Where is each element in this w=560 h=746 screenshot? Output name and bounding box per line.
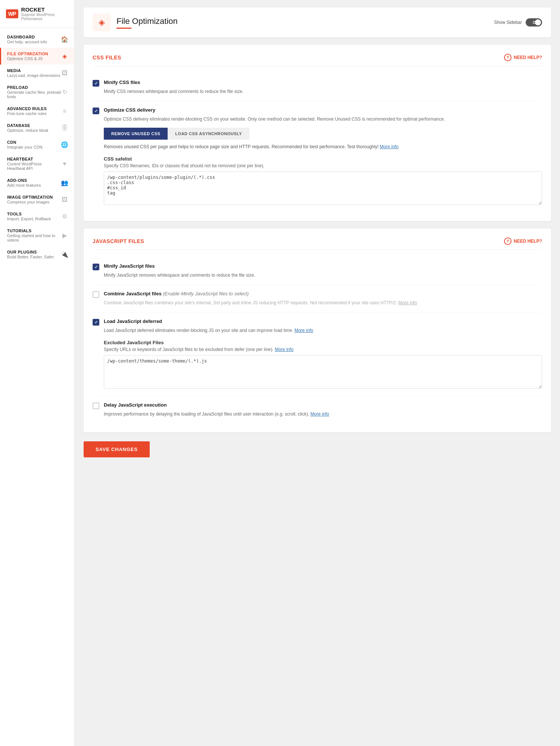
save-section: SAVE CHANGES	[84, 441, 551, 457]
sidebar-item-image-optimization[interactable]: IMAGE OPTIMIZATION Compress your images …	[0, 191, 74, 208]
delay-js-more-info-link[interactable]: More info	[311, 411, 329, 417]
combine-js-more-info-link[interactable]: More info	[398, 300, 417, 305]
sidebar-item-cdn[interactable]: CDN Integrate your CDN 🌐	[0, 136, 74, 153]
advanced-rules-icon: ≡	[61, 108, 68, 115]
load-js-deferred-checkbox[interactable]	[93, 319, 99, 326]
css-delivery-buttons: REMOVE UNUSED CSS LOAD CSS ASYNCHRONOUSL…	[104, 128, 542, 140]
database-icon: 🗄	[61, 125, 68, 131]
file-optimization-icon: ◈	[61, 53, 68, 60]
main-content: ◈ File Optimization Show Sidebar OFF CSS…	[75, 0, 560, 746]
sidebar-nav: DASHBOARD Get help, account info 🏠 FILE …	[0, 28, 74, 746]
sidebar-toggle[interactable]: Show Sidebar OFF	[494, 18, 542, 27]
sidebar-item-heartbeat[interactable]: HEARTBEAT Control WordPress Heartbeat AP…	[0, 153, 74, 174]
minify-js-title: Minify JavaScript files	[104, 263, 155, 269]
optimize-css-delivery-title: Optimize CSS delivery	[104, 107, 155, 113]
sidebar-item-our-plugins[interactable]: OUR PLUGINS Build Better, Faster, Safer …	[0, 246, 74, 263]
remove-unused-css-button[interactable]: REMOVE UNUSED CSS	[104, 128, 168, 140]
load-js-deferred-more-info-link[interactable]: More info	[295, 328, 313, 333]
sidebar-item-tools[interactable]: TOOLS Import, Export, Rollback ⚙	[0, 208, 74, 225]
combine-js-note: (Enable Minify JavaScript files to selec…	[163, 291, 249, 296]
excluded-js-sublabel: Specify URLs or keywords of JavaScript f…	[104, 347, 542, 352]
add-ons-icon: 👥	[61, 179, 68, 186]
page-header-icon: ◈	[93, 13, 111, 31]
page-title: File Optimization	[116, 16, 178, 26]
css-safelist-label: CSS safelist	[104, 156, 542, 162]
combine-js-desc: Combine JavaScript files combines your s…	[104, 299, 542, 306]
remove-unused-css-note: Removes unused CSS per page and helps to…	[104, 143, 542, 150]
cdn-icon: 🌐	[61, 141, 68, 148]
optimize-css-delivery-option: Optimize CSS delivery Optimize CSS deliv…	[93, 101, 542, 212]
js-need-help-button[interactable]: ? NEED HELP?	[504, 237, 542, 245]
sidebar-item-media[interactable]: MEDIA LazyLoad, image dimensions 🖼	[0, 65, 74, 81]
page-header: ◈ File Optimization Show Sidebar OFF	[84, 7, 551, 37]
js-need-help-label: NEED HELP?	[514, 239, 542, 244]
sidebar-item-file-optimization[interactable]: FILE OPTIMIZATION Optimize CSS & JS ◈	[0, 48, 74, 65]
need-help-icon: ?	[504, 54, 511, 61]
logo-rocket-text: ROCKET	[21, 7, 68, 12]
css-files-section-header: CSS Files ? NEED HELP?	[93, 54, 542, 66]
show-sidebar-label: Show Sidebar	[494, 20, 522, 25]
minify-css-title: Minify CSS files	[104, 80, 140, 85]
load-js-deferred-option: Load JavaScript deferred Load JavaScript…	[93, 313, 542, 396]
load-js-deferred-title: Load JavaScript deferred	[104, 318, 162, 324]
css-need-help-button[interactable]: ? NEED HELP?	[504, 54, 542, 61]
css-need-help-label: NEED HELP?	[514, 55, 542, 60]
sidebar-item-add-ons[interactable]: ADD-ONS Add more features 👥	[0, 174, 74, 191]
optimize-css-delivery-checkbox[interactable]	[93, 108, 99, 114]
excluded-js-section: Excluded JavaScript Files Specify URLs o…	[104, 340, 542, 390]
css-files-section: CSS Files ? NEED HELP? Minify CSS files …	[84, 45, 551, 221]
css-safelist-textarea[interactable]: /wp-content/plugins/some-plugin/(.*).css…	[104, 171, 542, 205]
tutorials-icon: ▶	[61, 232, 68, 239]
page-title-underline	[116, 28, 131, 29]
preload-icon: ↻	[61, 88, 68, 96]
css-safelist-section: CSS safelist Specify CSS filenames, IDs …	[104, 156, 542, 206]
sidebar-item-database[interactable]: DATABASE Optimize, reduce bloat 🗄	[0, 119, 74, 136]
combine-js-option: Combine JavaScript files (Enable Minify …	[93, 285, 542, 313]
optimize-css-delivery-desc: Optimize CSS delivery eliminates render-…	[104, 116, 542, 122]
save-changes-button[interactable]: SAVE CHANGES	[84, 441, 150, 457]
toggle-pill-knob	[535, 19, 541, 25]
excluded-js-textarea[interactable]: /wp-content/themes/some-theme/(.*).js	[104, 355, 542, 389]
minify-js-option: Minify JavaScript files Minify JavaScrip…	[93, 257, 542, 285]
logo-tagline: Superior WordPress Performance	[21, 13, 68, 21]
sidebar-item-tutorials[interactable]: TUTORIALS Getting started and how to vid…	[0, 225, 74, 246]
delay-js-checkbox[interactable]	[93, 402, 99, 409]
delay-js-desc: Improves performance by delaying the loa…	[104, 411, 542, 417]
delay-js-option: Delay JavaScript execution Improves perf…	[93, 396, 542, 423]
load-js-deferred-desc: Load JavaScript deferred eliminates rend…	[104, 327, 542, 334]
minify-js-checkbox[interactable]	[93, 264, 99, 270]
sidebar-toggle-pill[interactable]: OFF	[526, 18, 542, 27]
sidebar-item-preload[interactable]: PRELOAD Generate cache files, preload fo…	[0, 81, 74, 103]
css-safelist-sublabel: Specify CSS filenames, IDs or classes th…	[104, 163, 542, 168]
minify-css-checkbox[interactable]	[93, 80, 99, 87]
tools-icon: ⚙	[61, 213, 68, 220]
image-optimization-icon: 🖼	[61, 196, 68, 203]
combine-js-title: Combine JavaScript files (Enable Minify …	[104, 291, 249, 296]
excluded-js-label: Excluded JavaScript Files	[104, 340, 542, 345]
minify-css-desc: Minify CSS removes whitespace and commen…	[104, 88, 542, 95]
js-files-title: JavaScript Files	[93, 238, 144, 244]
sidebar-item-advanced-rules[interactable]: ADVANCED RULES Fine-tune cache rules ≡	[0, 103, 74, 119]
js-files-section: JavaScript Files ? NEED HELP? Minify Jav…	[84, 229, 551, 432]
delay-js-title: Delay JavaScript execution	[104, 402, 167, 408]
js-need-help-icon: ?	[504, 237, 511, 245]
sidebar-item-dashboard[interactable]: DASHBOARD Get help, account info 🏠	[0, 31, 74, 48]
combine-js-checkbox[interactable]	[93, 291, 99, 298]
sidebar-logo: WP ROCKET Superior WordPress Performance	[0, 0, 74, 28]
minify-js-desc: Minify JavaScript removes whitespace and…	[104, 272, 542, 279]
our-plugins-icon: 🔌	[61, 251, 68, 258]
minify-css-option: Minify CSS files Minify CSS removes whit…	[93, 74, 542, 101]
excluded-js-more-info-link[interactable]: More info	[275, 347, 293, 352]
js-files-section-header: JavaScript Files ? NEED HELP?	[93, 237, 542, 250]
sidebar: WP ROCKET Superior WordPress Performance…	[0, 0, 75, 746]
logo-wp: WP	[6, 9, 18, 18]
css-files-title: CSS Files	[93, 55, 121, 60]
heartbeat-icon: ♥	[61, 161, 68, 167]
media-icon: 🖼	[61, 70, 68, 77]
load-css-async-button[interactable]: LOAD CSS ASYNCHRONOUSLY	[168, 128, 249, 140]
remove-unused-css-more-info-link[interactable]: More info	[380, 144, 398, 149]
dashboard-icon: 🏠	[61, 36, 68, 43]
